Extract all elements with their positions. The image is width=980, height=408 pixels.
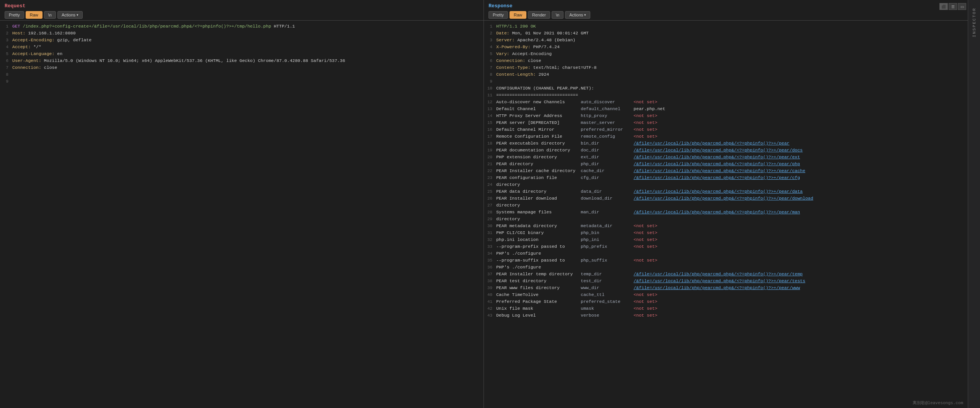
table-row: 34PHP's ./configure bbox=[484, 250, 968, 257]
line-content: php.ini location php_ini <not set> bbox=[496, 236, 966, 243]
line-content: Debug Log Level verbose <not set> bbox=[496, 312, 966, 319]
line-content: Accept: */* bbox=[12, 44, 482, 50]
line-content: HTTP/1.1 200 OK bbox=[496, 23, 966, 30]
table-row: 6User-Agent: Mozilla/5.0 (Windows NT 10.… bbox=[0, 57, 483, 64]
table-row: 40Cache TimeTolive cache_ttl <not set> bbox=[484, 291, 968, 298]
table-row: 4Accept: */* bbox=[0, 44, 483, 50]
table-row: 3Server: Apache/2.4.48 (Debian) bbox=[484, 37, 968, 44]
line-number: 13 bbox=[485, 106, 496, 112]
line-number: 22 bbox=[485, 167, 496, 174]
line-number: 15 bbox=[485, 119, 496, 126]
table-row: 29directory bbox=[484, 216, 968, 223]
request-panel-header: Request Pretty Raw \n Actions ▾ bbox=[0, 0, 483, 21]
table-row: 5Accept-Language: en bbox=[0, 50, 483, 57]
table-row: 23PEAR configuration file cfg_dir /&file… bbox=[484, 174, 968, 181]
table-row: 15PEAR server [DEPRECATED] master_server… bbox=[484, 119, 968, 126]
line-number: 6 bbox=[485, 57, 496, 64]
request-n-btn[interactable]: \n bbox=[44, 11, 56, 19]
line-number: 8 bbox=[485, 71, 496, 78]
line-number: 26 bbox=[485, 195, 496, 202]
line-number: 38 bbox=[485, 278, 496, 284]
view-icons: ⬛ ☰ ▭ bbox=[939, 3, 966, 10]
line-content: Vary: Accept-Encoding bbox=[496, 50, 966, 57]
grid-view-btn[interactable]: ⬛ bbox=[939, 3, 948, 10]
line-content: Auto-discover new Channels auto_discover… bbox=[496, 99, 966, 106]
line-number: 5 bbox=[485, 50, 496, 57]
inspector-label: INSPECTOR bbox=[972, 8, 977, 37]
line-number: 25 bbox=[485, 188, 496, 195]
split-view-btn[interactable]: ▭ bbox=[958, 3, 966, 10]
line-content: User-Agent: Mozilla/5.0 (Windows NT 10.0… bbox=[12, 57, 482, 64]
line-content: =============================== bbox=[496, 92, 966, 99]
line-content: Default Channel default_channel pear.php… bbox=[496, 106, 966, 112]
line-number: 32 bbox=[485, 236, 496, 243]
table-row: 39PEAR www files directory www_dir /&fil… bbox=[484, 284, 968, 291]
table-row: 21PEAR directory php_dir /&file=/usr/loc… bbox=[484, 161, 968, 167]
request-raw-btn[interactable]: Raw bbox=[26, 11, 42, 19]
line-content: PEAR Installer cache directory cache_dir… bbox=[496, 167, 966, 174]
line-content: PEAR Installer download download_dir /&f… bbox=[496, 195, 966, 202]
table-row: 42Unix file mask umask <not set> bbox=[484, 305, 968, 312]
line-number: 24 bbox=[485, 181, 496, 188]
response-content[interactable]: 1HTTP/1.1 200 OK2Date: Mon, 01 Nov 2021 … bbox=[484, 21, 968, 408]
line-content: CONFIGURATION (CHANNEL PEAR.PHP.NET): bbox=[496, 85, 966, 92]
response-n-btn[interactable]: \n bbox=[552, 11, 564, 19]
table-row: 32php.ini location php_ini <not set> bbox=[484, 236, 968, 243]
line-number: 12 bbox=[485, 99, 496, 106]
request-pretty-btn[interactable]: Pretty bbox=[5, 11, 24, 19]
line-content: Default Channel Mirror preferred_mirror … bbox=[496, 126, 966, 133]
line-number: 1 bbox=[2, 23, 12, 30]
line-number: 9 bbox=[2, 78, 12, 85]
request-title: Request bbox=[5, 3, 479, 9]
table-row: 20PHP extension directory ext_dir /&file… bbox=[484, 154, 968, 161]
response-panel-header: Response Pretty Raw Render \n Actions ▾ bbox=[484, 0, 968, 21]
line-content: Cache TimeTolive cache_ttl <not set> bbox=[496, 291, 966, 298]
line-number: 7 bbox=[2, 64, 12, 71]
table-row: 17Remote Configuration File remote_confi… bbox=[484, 133, 968, 140]
line-number: 30 bbox=[485, 223, 496, 229]
list-view-btn[interactable]: ☰ bbox=[949, 3, 957, 10]
table-row: 10CONFIGURATION (CHANNEL PEAR.PHP.NET): bbox=[484, 85, 968, 92]
table-row: 30PEAR metadata directory metadata_dir <… bbox=[484, 223, 968, 229]
table-row: 38PEAR test directory test_dir /&file=/u… bbox=[484, 278, 968, 284]
main-container: Request Pretty Raw \n Actions ▾ 1GET /in… bbox=[0, 0, 980, 408]
table-row: 12Auto-discover new Channels auto_discov… bbox=[484, 99, 968, 106]
line-content: Accept-Language: en bbox=[12, 50, 482, 57]
table-row: 41Preferred Package State preferred_stat… bbox=[484, 298, 968, 305]
table-row: 27directory bbox=[484, 202, 968, 209]
line-number: 9 bbox=[485, 78, 496, 85]
line-number: 17 bbox=[485, 133, 496, 140]
response-toolbar: Pretty Raw Render \n Actions ▾ bbox=[488, 11, 963, 19]
line-number: 31 bbox=[485, 229, 496, 236]
request-toolbar: Pretty Raw \n Actions ▾ bbox=[5, 11, 479, 19]
response-render-btn[interactable]: Render bbox=[528, 11, 550, 19]
table-row: 1GET /index.php?+config-create+/&file=/u… bbox=[0, 23, 483, 30]
line-content: --program-prefix passed to php_prefix <n… bbox=[496, 243, 966, 250]
line-number: 34 bbox=[485, 250, 496, 257]
response-actions-btn[interactable]: Actions ▾ bbox=[565, 11, 590, 19]
table-row: 3Accept-Encoding: gzip, deflate bbox=[0, 37, 483, 44]
line-content: Content-Type: text/html; charset=UTF-8 bbox=[496, 64, 966, 71]
request-content[interactable]: 1GET /index.php?+config-create+/&file=/u… bbox=[0, 21, 483, 408]
table-row: 24directory bbox=[484, 181, 968, 188]
table-row: 11=============================== bbox=[484, 92, 968, 99]
line-number: 2 bbox=[485, 30, 496, 37]
line-content: Server: Apache/2.4.48 (Debian) bbox=[496, 37, 966, 44]
line-content: Systems manpage files man_dir /&file=/us… bbox=[496, 209, 966, 216]
response-raw-btn[interactable]: Raw bbox=[510, 11, 526, 19]
line-content: PEAR executables directory bin_dir /&fil… bbox=[496, 140, 966, 147]
table-row: 43Debug Log Level verbose <not set> bbox=[484, 312, 968, 319]
table-row: 4X-Powered-By: PHP/7.4.24 bbox=[484, 44, 968, 50]
line-number: 4 bbox=[2, 44, 12, 50]
chevron-down-icon: ▾ bbox=[77, 13, 78, 17]
line-number: 33 bbox=[485, 243, 496, 250]
table-row: 19PEAR documentation directory doc_dir /… bbox=[484, 147, 968, 154]
table-row: 7Connection: close bbox=[0, 64, 483, 71]
chevron-down-icon-response: ▾ bbox=[584, 13, 586, 17]
line-content: PHP extension directory ext_dir /&file=/… bbox=[496, 154, 966, 161]
line-content: Connection: close bbox=[12, 64, 482, 71]
line-number: 37 bbox=[485, 271, 496, 278]
response-pretty-btn[interactable]: Pretty bbox=[488, 11, 508, 19]
line-content: PEAR directory php_dir /&file=/usr/local… bbox=[496, 161, 966, 167]
request-actions-btn[interactable]: Actions ▾ bbox=[57, 11, 83, 19]
